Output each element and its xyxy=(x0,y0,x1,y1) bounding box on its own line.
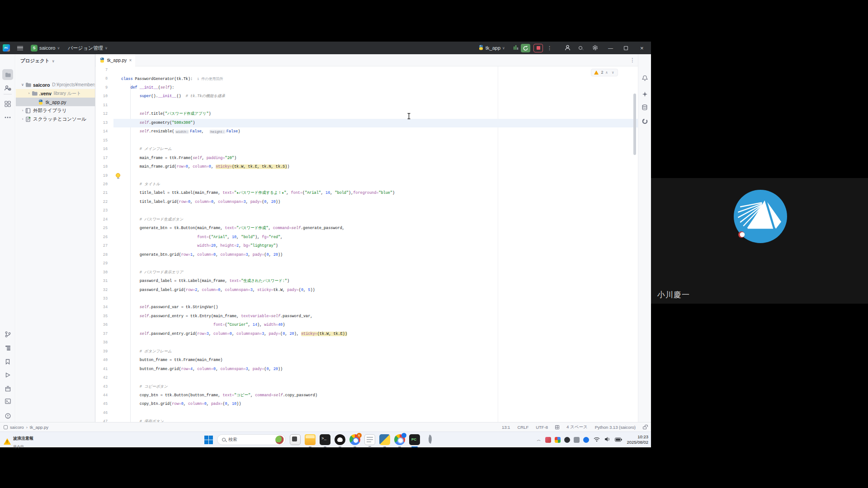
tree-item-label: 外部ライブラリ xyxy=(33,108,67,114)
taskbar-weather-widget[interactable]: 波浪注意報 発令中 xyxy=(4,433,33,450)
main-menu-button[interactable] xyxy=(17,42,23,54)
tool-rail-terminal-icon[interactable] xyxy=(2,396,13,407)
chevron-right-icon[interactable]: › xyxy=(20,108,25,113)
project-widget[interactable]: S saicoro ∨ xyxy=(31,42,60,54)
user-account-button[interactable] xyxy=(564,42,571,54)
start-button[interactable] xyxy=(204,436,213,444)
taskbar-app-task-view[interactable] xyxy=(290,434,301,445)
wifi-icon[interactable] xyxy=(594,436,600,444)
next-prev-warning-icons[interactable]: ∧ ∨ xyxy=(606,70,615,75)
tool-rail-structure-icon[interactable] xyxy=(2,343,13,353)
tool-rail-donut-icon[interactable] xyxy=(639,116,650,127)
close-button[interactable]: × xyxy=(640,42,644,54)
search-placeholder: 検索 xyxy=(228,436,273,443)
python-interpreter[interactable]: Python 3.13 (saicoro) xyxy=(595,425,636,430)
tab-options-icon[interactable]: ⋮ xyxy=(630,57,635,63)
tree-item-tk_app.py[interactable]: tk_app.py xyxy=(16,98,95,106)
code-line: 9 def __init__(self): xyxy=(95,84,638,92)
vcs-menu[interactable]: バージョン管理 ∨ xyxy=(68,42,108,54)
line-number: 40 xyxy=(95,356,108,365)
tray-icon-5[interactable] xyxy=(583,437,589,443)
code-text: button_frame = ttk.Frame(main_frame) xyxy=(121,356,222,365)
taskbar-app-github-desktop[interactable] xyxy=(335,434,345,445)
code-text: title_label.grid(row=0, column=0, column… xyxy=(121,198,280,206)
tab-tk-app-py[interactable]: tk_app.py × xyxy=(96,54,135,66)
taskbar-clock[interactable]: 10:23 2025/08/02 xyxy=(627,434,648,445)
tool-rail-database-icon[interactable] xyxy=(639,102,650,113)
code-line: 41 button_frame.grid(row=4, column=0, co… xyxy=(95,365,638,374)
taskbar-app-quill-app[interactable] xyxy=(424,434,435,445)
tool-rail-sparkle-icon[interactable] xyxy=(639,89,650,99)
taskbar-search-box[interactable]: 検索 xyxy=(217,434,286,445)
editor-scrollbar[interactable] xyxy=(633,94,636,155)
taskbar-app-file-explorer[interactable] xyxy=(305,434,316,445)
minimize-button[interactable]: — xyxy=(608,42,613,54)
code-line: 43 # コピーボタン xyxy=(95,383,638,391)
code-text: font=("Courier", 14), width=40) xyxy=(121,321,285,329)
tool-rail-play-icon[interactable] xyxy=(2,370,13,380)
tray-icon-2[interactable] xyxy=(555,437,561,443)
tool-rail-squares-icon[interactable] xyxy=(2,99,13,109)
stop-button[interactable] xyxy=(533,42,543,54)
close-tab-icon[interactable]: × xyxy=(129,58,132,63)
taskbar-app-python-app[interactable] xyxy=(379,434,390,445)
code-line: 22 title_label.grid(row=0, column=0, col… xyxy=(95,198,638,206)
code-line: 23 xyxy=(95,206,638,215)
tree-item-saicoro[interactable]: ∨saicoroD:¥projects¥members¥saicoro xyxy=(16,80,95,89)
line-ending[interactable]: CRLF xyxy=(517,425,528,430)
tree-item-label: .venv xyxy=(39,91,52,96)
more-run-options-button[interactable]: ⋮ xyxy=(547,42,552,54)
rerun-button[interactable] xyxy=(521,42,530,54)
tool-rail-branch-icon[interactable] xyxy=(2,329,13,340)
file-encoding[interactable]: UTF-8 xyxy=(536,425,548,430)
indent-setting[interactable]: 4 スペース xyxy=(566,424,588,430)
maximize-button[interactable] xyxy=(624,42,628,54)
code-text: self.resizable(width:False, height:False… xyxy=(121,127,240,136)
battery-icon[interactable] xyxy=(615,436,622,444)
tray-overflow-chevron[interactable]: ︿ xyxy=(537,437,541,443)
tray-icon-1[interactable] xyxy=(545,437,551,443)
taskbar-app-chrome-profile-2[interactable] xyxy=(394,434,405,445)
settings-button[interactable] xyxy=(592,42,599,54)
line-number: 35 xyxy=(95,312,108,321)
intention-bulb-icon[interactable] xyxy=(116,173,121,179)
line-number: 8 xyxy=(95,75,108,83)
inspection-widget[interactable]: 2 ∧ ∨ xyxy=(591,69,618,76)
tray-icon-4[interactable] xyxy=(574,437,580,443)
status-breadcrumb[interactable]: saicoro › tk_app.py xyxy=(4,425,48,430)
caret-position[interactable]: 13:1 xyxy=(502,425,510,430)
tool-rail-package-icon[interactable] xyxy=(2,383,13,394)
column-selection-icon[interactable] xyxy=(555,425,559,429)
tree-item-.venv[interactable]: ›.venvlibrary ルート xyxy=(16,89,95,98)
tool-rail-folder-icon[interactable] xyxy=(2,69,13,80)
taskbar-app-notepad[interactable] xyxy=(364,434,375,445)
chevron-right-icon[interactable]: › xyxy=(20,117,25,121)
chevron-down-icon: ∨ xyxy=(105,46,108,50)
tree-item--[interactable]: ›スクラッチとコンソール xyxy=(16,115,95,123)
code-editor[interactable]: 78class PasswordGenerator(tk.Tk): 1 件の使用… xyxy=(95,66,638,430)
tool-rail-bell-icon[interactable] xyxy=(639,72,650,83)
tool-rail-more-icon[interactable] xyxy=(2,112,13,123)
tool-rail-users-icon[interactable]: ? xyxy=(2,83,13,94)
project-panel-header[interactable]: プロジェクト ∨ xyxy=(20,58,55,64)
search-everywhere-button[interactable] xyxy=(579,42,582,54)
chevron-right-icon[interactable]: › xyxy=(27,91,31,95)
readonly-toggle-icon[interactable] xyxy=(643,427,646,429)
taskbar-app-terminal[interactable] xyxy=(320,434,330,445)
volume-icon[interactable] xyxy=(604,436,610,444)
code-line: 40 button_frame = ttk.Frame(main_frame) xyxy=(95,356,638,365)
code-text: password_label = ttk.Label(main_frame, t… xyxy=(121,277,289,286)
taskbar-app-chrome-profile-k[interactable]: k xyxy=(349,434,360,445)
code-line: 32 password_label.grid(row=2, column=0, … xyxy=(95,286,638,295)
tray-icon-3[interactable] xyxy=(564,437,570,443)
tool-rail-bookmark-icon[interactable] xyxy=(2,356,13,367)
profiler-icon[interactable] xyxy=(513,42,519,54)
tool-rail-problems-icon[interactable] xyxy=(2,410,13,421)
line-number: 9 xyxy=(95,84,108,92)
search-icon xyxy=(222,438,226,441)
code-line: 14 self.resizable(width:False, height:Fa… xyxy=(95,127,638,136)
chevron-down-icon[interactable]: ∨ xyxy=(20,83,25,87)
tree-item--[interactable]: ›外部ライブラリ xyxy=(16,106,95,115)
taskbar-app-pycharm[interactable] xyxy=(409,434,420,445)
run-config-widget[interactable]: tk_app ∨ xyxy=(478,42,505,54)
